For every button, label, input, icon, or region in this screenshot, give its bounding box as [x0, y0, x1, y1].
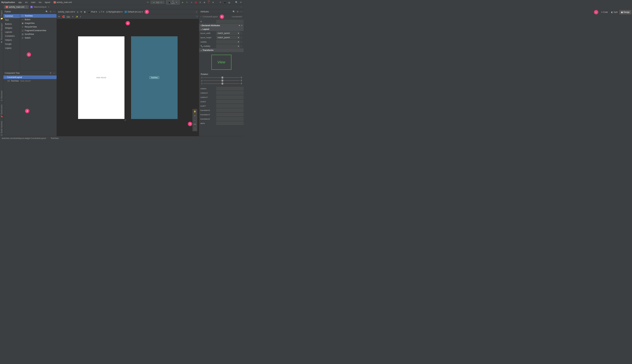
close-icon[interactable]: × [48, 6, 49, 8]
translationX-input[interactable] [216, 108, 244, 112]
minimize-icon[interactable]: — [240, 10, 242, 13]
infer-constraints-icon[interactable]: ✨ [76, 16, 78, 18]
palette-cat-buttons[interactable]: Buttons [3, 22, 20, 26]
zoom-fit-icon[interactable]: ⛶ [193, 126, 197, 131]
magnet-icon[interactable]: 🧲 [62, 16, 64, 18]
locale-selector[interactable]: 🌐Default (en-us)▾ [124, 11, 142, 13]
palette-cat-legacy[interactable]: Legacy [3, 46, 20, 50]
palette-item-button[interactable]: ▭Button [20, 18, 56, 21]
status-path[interactable]: androidx.constraintlayout.widget.Constra… [2, 137, 46, 140]
search-everywhere-icon[interactable]: 🔍 [235, 1, 238, 4]
attach-debug-icon[interactable]: 🐞⁺ [207, 0, 210, 5]
night-mode-icon[interactable]: ◐ [84, 11, 86, 13]
scaleY-input[interactable] [216, 104, 244, 108]
tool-structure[interactable]: ⌬Structure [0, 90, 3, 101]
palette-item-imageview[interactable]: ▣ImageView [20, 21, 56, 25]
gear-icon[interactable]: ⚙ [50, 72, 52, 74]
minimize-icon[interactable]: — [53, 72, 55, 74]
add-icon[interactable]: + [239, 24, 240, 27]
search-icon[interactable]: 🔍 [232, 10, 235, 13]
api-selector[interactable]: ▰T▾ [99, 11, 104, 13]
palette-cat-common[interactable]: Common [3, 14, 20, 18]
slider-x-track[interactable] [204, 77, 240, 78]
settings-gear-icon[interactable]: ⚙ [239, 1, 242, 4]
tree-constraintlayout[interactable]: ⌐ ConstraintLayout [3, 76, 56, 79]
palette-item-scrollview[interactable]: ▤ScrollView [20, 32, 56, 36]
slider-thumb[interactable] [222, 76, 223, 78]
profile-icon[interactable]: ◔ [198, 1, 202, 4]
tool-project[interactable]: 📁Project [0, 10, 3, 20]
breadcrumb-src[interactable]: src [25, 1, 28, 4]
more-icon[interactable]: ⋮ [240, 6, 242, 8]
device-selector[interactable]: 📱Pixel▾ [88, 11, 97, 13]
pan-icon[interactable]: ✋ [193, 109, 197, 114]
gear-icon[interactable]: ⚙ [50, 10, 52, 13]
tool-resource-manager[interactable]: ◆Resource Manager [0, 23, 3, 43]
warning-icon[interactable]: ⚠ [196, 11, 198, 13]
scaleX-input[interactable] [216, 100, 244, 103]
flag-icon[interactable]: ▯ [241, 41, 242, 43]
coverage-icon[interactable]: ◉ [203, 1, 206, 4]
tab-main-activity[interactable]: K MainActivity.kt × [29, 5, 51, 9]
slider-y-track[interactable] [204, 80, 240, 81]
palette-item-textview[interactable]: AbTextView [20, 14, 56, 18]
breadcrumb-app[interactable]: app [18, 1, 22, 4]
palette-cat-helpers[interactable]: Helpers [3, 38, 20, 42]
transforms-section-header[interactable]: ⌄ Transforms [199, 48, 244, 52]
blueprint-textview-chip[interactable]: TextView [150, 76, 159, 79]
remove-icon[interactable]: − [241, 24, 242, 27]
instant-run-icon[interactable]: ⇲ [190, 1, 193, 4]
status-child[interactable]: TextView [51, 137, 59, 140]
minimize-icon[interactable]: — [53, 10, 55, 13]
surface-selector[interactable]: ◈ [77, 11, 78, 13]
slider-z-track[interactable] [204, 83, 240, 84]
stop-icon[interactable]: ■ [212, 1, 214, 4]
flag-icon[interactable]: ▯ [241, 32, 242, 34]
blueprint-preview[interactable]: TextView [131, 36, 178, 119]
resize-handle-icon[interactable]: ◿ [124, 118, 126, 121]
palette-item-fragmentcontainer[interactable]: ◫FragmentContainerView [20, 29, 56, 32]
breadcrumb-layout[interactable]: layout [45, 1, 50, 4]
rotationY-input[interactable] [216, 96, 244, 99]
palette-cat-google[interactable]: Google [3, 42, 20, 46]
app-theme-selector[interactable]: ◎MyApplication▾ [106, 11, 123, 13]
zoom-in-icon[interactable]: + [193, 114, 197, 118]
declared-attributes-header[interactable]: › Declared Attributes + − [199, 24, 244, 27]
file-selector[interactable]: activity_main.xml▾ [58, 11, 75, 13]
rerun-icon[interactable]: ↻ [186, 1, 188, 4]
translationY-input[interactable] [216, 113, 244, 116]
palette-item-recyclerview[interactable]: ≡RecyclerView [20, 25, 56, 29]
tools-visibility-select[interactable]: ▾ [216, 44, 240, 48]
flag-icon[interactable]: ▯ [241, 45, 242, 48]
design-surface[interactable]: 4 Hello World! ◿ TextView ✋ + − 1:1 ⛶ 7 [57, 19, 199, 136]
clear-constraints-icon[interactable]: ✕ [72, 16, 74, 18]
breadcrumb-file[interactable]: activity_main.xml [56, 1, 72, 4]
slider-thumb[interactable] [222, 82, 223, 84]
close-icon[interactable]: × [26, 6, 27, 8]
rotation-input[interactable] [216, 87, 244, 90]
tool-bookmarks[interactable]: 🔖Bookmarks [0, 104, 3, 118]
flag-icon[interactable]: ▯ [241, 36, 242, 39]
build-hammer-icon[interactable]: ⚒ [146, 1, 149, 4]
layout-width-select[interactable]: match_parent▾ [216, 32, 240, 35]
design-preview[interactable]: Hello World! ◿ [78, 36, 124, 119]
translationZ-input[interactable] [216, 117, 244, 120]
search-icon[interactable]: 🔍 [46, 10, 48, 13]
layout-height-select[interactable]: match_parent▾ [216, 36, 240, 39]
tab-activity-main[interactable]: xml activity_main.xml × [4, 5, 29, 9]
guidelines-icon[interactable]: 𝙄 [80, 16, 80, 18]
palette-cat-text[interactable]: Text [3, 18, 20, 22]
help-icon[interactable]: ? [196, 16, 198, 18]
zoom-reset[interactable]: 1:1 [193, 122, 197, 126]
palette-item-switch[interactable]: ⊙Switch [20, 36, 56, 40]
gear-icon[interactable]: ⚙ [237, 10, 238, 13]
rotationX-input[interactable] [216, 91, 244, 94]
layout-section-header[interactable]: ⌄ Layout [199, 27, 244, 31]
orientation-icon[interactable]: ⟳ [80, 11, 82, 13]
breadcrumb-main[interactable]: main [31, 1, 35, 4]
attr-id-input[interactable] [216, 20, 244, 23]
run-icon[interactable]: ▶ [181, 1, 184, 4]
visibility-select[interactable]: ▾ [216, 40, 240, 44]
palette-cat-layouts[interactable]: Layouts [3, 30, 20, 34]
alpha-input[interactable] [216, 122, 244, 125]
